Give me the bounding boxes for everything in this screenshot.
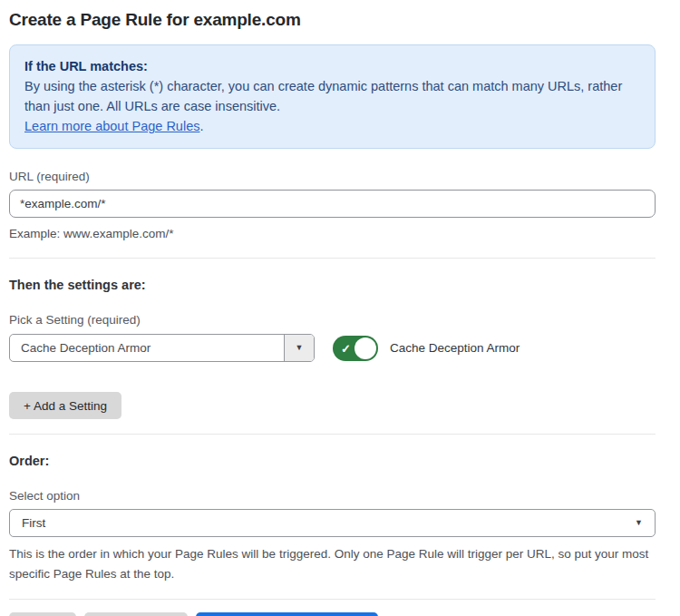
url-field-helper: Example: www.example.com/*: [9, 224, 656, 243]
caret-down-icon: ▼: [635, 519, 643, 527]
save-as-draft-button[interactable]: Save as Draft: [84, 612, 188, 616]
setting-toggle[interactable]: ✓: [333, 336, 378, 361]
order-section-heading: Order:: [9, 454, 656, 468]
footer-actions: Cancel Save as Draft Save and Deploy Pag…: [9, 612, 656, 616]
setting-row: Cache Deception Armor ▼ ✓ Cache Deceptio…: [9, 334, 656, 362]
learn-more-link[interactable]: Learn more about Page Rules: [24, 119, 199, 133]
setting-toggle-label: Cache Deception Armor: [390, 341, 520, 355]
toggle-knob: [355, 337, 376, 359]
check-icon: ✓: [341, 342, 351, 354]
divider: [9, 434, 656, 435]
add-setting-button[interactable]: + Add a Setting: [9, 392, 121, 419]
order-helper-text: This is the order in which your Page Rul…: [9, 544, 656, 584]
caret-down-icon: ▼: [296, 344, 304, 352]
order-select-label: Select option: [9, 489, 656, 503]
order-select-value: First: [22, 516, 635, 530]
order-select[interactable]: First ▼: [9, 509, 656, 537]
page-title: Create a Page Rule for example.com: [9, 10, 656, 30]
setting-dropdown-caret-button[interactable]: ▼: [284, 335, 314, 361]
divider: [9, 599, 656, 600]
save-and-deploy-button[interactable]: Save and Deploy Page Rule: [196, 612, 379, 616]
setting-dropdown[interactable]: Cache Deception Armor ▼: [9, 334, 315, 362]
url-input[interactable]: [9, 190, 656, 218]
settings-section-heading: Then the settings are:: [9, 278, 656, 292]
link-suffix: .: [199, 119, 203, 133]
page-rule-form: Create a Page Rule for example.com If th…: [9, 0, 656, 616]
cancel-button[interactable]: Cancel: [9, 612, 76, 616]
info-box-heading: If the URL matches:: [24, 56, 640, 76]
url-match-info-box: If the URL matches: By using the asteris…: [9, 44, 656, 149]
divider: [9, 258, 656, 259]
url-field-label: URL (required): [9, 170, 656, 183]
setting-picker-label: Pick a Setting (required): [9, 313, 656, 327]
info-box-link-line: Learn more about Page Rules.: [24, 116, 640, 136]
setting-dropdown-value: Cache Deception Armor: [10, 335, 284, 361]
info-box-body: By using the asterisk (*) character, you…: [24, 76, 640, 116]
